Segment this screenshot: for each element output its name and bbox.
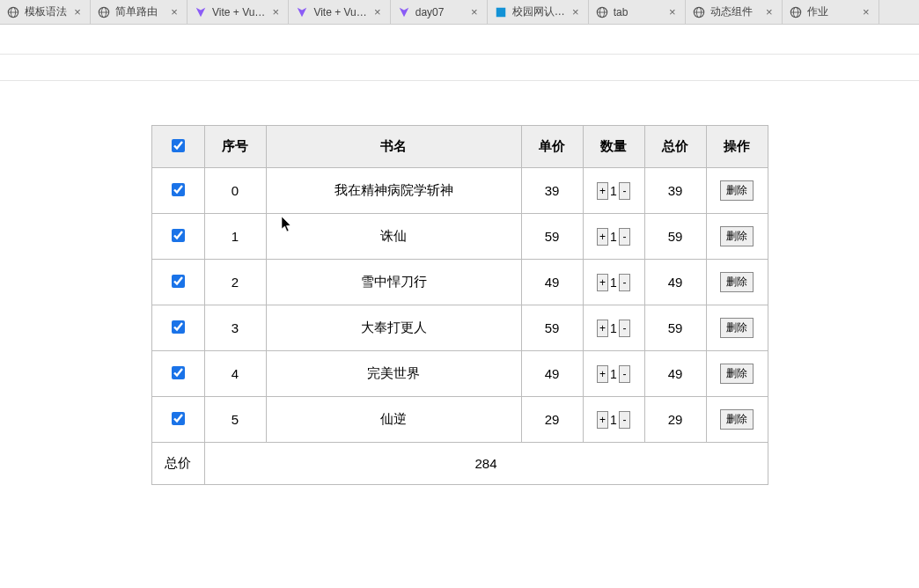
delete-button[interactable]: 删除 [720, 409, 754, 430]
browser-tab[interactable]: 校园网认…× [488, 0, 589, 24]
checkbox-cell [151, 260, 204, 305]
qty-decrease-button[interactable]: - [619, 274, 630, 291]
table-body: 0我在精神病院学斩神39+1-39删除1诛仙59+1-59删除2雪中悍刀行49+… [151, 168, 768, 443]
browser-tab[interactable]: Vite + Vu…× [187, 0, 289, 24]
tab-title: Vite + Vu… [212, 6, 265, 18]
qty-decrease-button[interactable]: - [619, 228, 630, 246]
qty-value: 1 [608, 321, 619, 335]
browser-tab[interactable]: Vite + Vu…× [289, 0, 390, 24]
close-icon[interactable]: × [372, 7, 383, 18]
row-name: 我在精神病院学斩神 [266, 168, 521, 214]
row-qty-cell: +1- [583, 168, 644, 214]
quantity-stepper: +1- [597, 182, 630, 200]
vite-icon [296, 6, 308, 18]
row-total: 49 [644, 260, 706, 305]
row-checkbox[interactable] [172, 320, 185, 334]
header-qty: 数量 [583, 126, 644, 168]
quantity-stepper: +1- [597, 274, 630, 291]
svg-rect-6 [496, 7, 506, 17]
row-action-cell: 删除 [706, 168, 768, 214]
globe-icon [7, 6, 19, 18]
header-checkbox-cell [151, 126, 204, 168]
qty-value: 1 [608, 184, 619, 198]
table-header-row: 序号 书名 单价 数量 总价 操作 [151, 126, 768, 168]
row-name: 完美世界 [266, 351, 521, 397]
row-checkbox[interactable] [172, 275, 185, 288]
close-icon[interactable]: × [764, 7, 775, 18]
delete-button[interactable]: 删除 [720, 364, 754, 384]
delete-button[interactable]: 删除 [720, 180, 754, 201]
close-icon[interactable]: × [72, 7, 83, 18]
browser-tab[interactable]: 作业× [783, 0, 879, 24]
row-action-cell: 删除 [706, 260, 768, 305]
row-price: 49 [521, 260, 583, 305]
qty-decrease-button[interactable]: - [619, 365, 630, 383]
table-row: 2雪中悍刀行49+1-49删除 [151, 260, 768, 305]
header-price: 单价 [521, 126, 583, 168]
browser-tab[interactable]: day07× [391, 0, 488, 24]
qty-increase-button[interactable]: + [597, 365, 608, 383]
select-all-checkbox[interactable] [172, 139, 185, 152]
row-checkbox[interactable] [172, 412, 185, 425]
qty-increase-button[interactable]: + [597, 274, 608, 291]
table-row: 1诛仙59+1-59删除 [151, 214, 768, 260]
header-total: 总价 [644, 126, 706, 168]
row-action-cell: 删除 [706, 397, 768, 443]
row-name: 大奉打更人 [266, 305, 521, 351]
delete-button[interactable]: 删除 [720, 226, 754, 246]
qty-decrease-button[interactable]: - [619, 320, 630, 337]
quantity-stepper: +1- [597, 411, 630, 429]
tab-title: 动态组件 [710, 4, 759, 19]
browser-tab[interactable]: tab× [589, 0, 686, 24]
row-index: 0 [204, 168, 266, 214]
row-name: 雪中悍刀行 [266, 260, 521, 305]
tab-title: day07 [415, 6, 464, 18]
grand-total-label: 总价 [151, 443, 204, 485]
quantity-stepper: +1- [597, 320, 630, 337]
row-checkbox[interactable] [172, 229, 185, 242]
row-checkbox[interactable] [172, 183, 185, 196]
qty-increase-button[interactable]: + [597, 228, 608, 246]
qty-increase-button[interactable]: + [597, 320, 608, 337]
row-name: 仙逆 [266, 397, 521, 443]
page-content: 序号 书名 单价 数量 总价 操作 0我在精神病院学斩神39+1-39删除1诛仙… [0, 81, 919, 485]
row-price: 39 [521, 168, 583, 214]
qty-decrease-button[interactable]: - [619, 411, 630, 429]
row-price: 29 [521, 397, 583, 443]
close-icon[interactable]: × [469, 7, 480, 18]
close-icon[interactable]: × [169, 7, 180, 18]
row-action-cell: 删除 [706, 214, 768, 260]
close-icon[interactable]: × [270, 7, 281, 18]
row-qty-cell: +1- [583, 260, 644, 305]
table-row: 0我在精神病院学斩神39+1-39删除 [151, 168, 768, 214]
qty-increase-button[interactable]: + [597, 182, 608, 200]
browser-tab[interactable]: 简单路由× [91, 0, 187, 24]
checkbox-cell [151, 305, 204, 351]
row-checkbox[interactable] [172, 366, 185, 379]
grand-total-row: 总价 284 [151, 443, 768, 485]
qty-decrease-button[interactable]: - [619, 182, 630, 200]
close-icon[interactable]: × [667, 7, 678, 18]
table-row: 4完美世界49+1-49删除 [151, 351, 768, 397]
delete-button[interactable]: 删除 [720, 318, 754, 338]
close-icon[interactable]: × [861, 7, 871, 18]
qty-value: 1 [608, 367, 619, 381]
globe-icon [790, 6, 802, 18]
quantity-stepper: +1- [597, 365, 630, 383]
vite-icon [195, 6, 207, 18]
qty-increase-button[interactable]: + [597, 411, 608, 429]
close-icon[interactable]: × [570, 7, 581, 18]
browser-tab-bar: 模板语法×简单路由×Vite + Vu…×Vite + Vu…×day07×校园… [0, 0, 919, 25]
row-price: 59 [521, 214, 583, 260]
tab-title: Vite + Vu… [313, 6, 366, 18]
browser-tab[interactable]: 模板语法× [0, 0, 91, 24]
row-total: 49 [644, 351, 706, 397]
tab-title: tab [614, 6, 662, 18]
delete-button[interactable]: 删除 [720, 272, 754, 292]
row-qty-cell: +1- [583, 351, 644, 397]
browser-tab[interactable]: 动态组件× [686, 0, 783, 24]
globe-icon [693, 6, 705, 18]
row-qty-cell: +1- [583, 397, 644, 443]
row-qty-cell: +1- [583, 214, 644, 260]
checkbox-cell [151, 168, 204, 214]
